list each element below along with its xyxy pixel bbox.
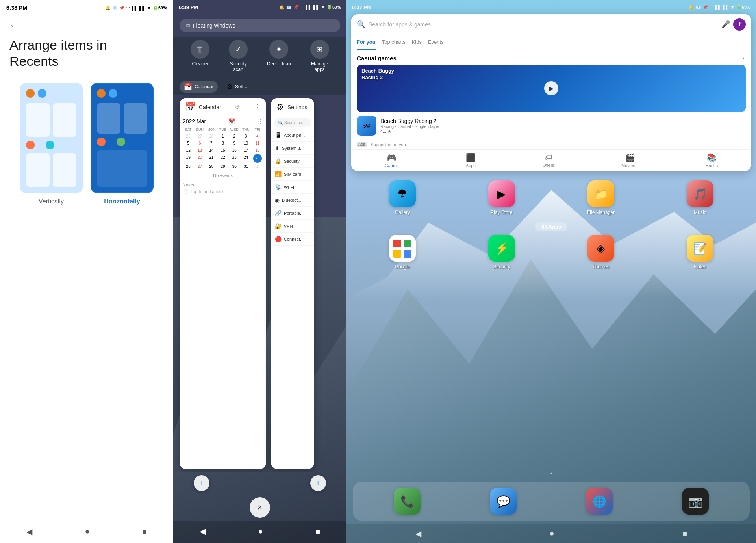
game-banner[interactable]: Beach BuggyRacing 2 ▶ xyxy=(357,65,746,112)
cal-day[interactable]: 20 xyxy=(194,154,205,163)
cal-day[interactable]: 21 xyxy=(206,154,217,163)
cal-day[interactable]: 15 xyxy=(217,147,228,154)
tab-events[interactable]: Events xyxy=(428,35,444,50)
cal-day[interactable]: 6 xyxy=(194,140,205,147)
refresh-icon[interactable]: ↺ xyxy=(235,104,240,110)
tab-for-you[interactable]: For you xyxy=(357,35,376,50)
tool-deep-clean[interactable]: ✦ Deep clean xyxy=(267,40,291,72)
see-more-arrow[interactable]: → xyxy=(739,54,746,62)
app-file-manager[interactable]: 📁 File Manager xyxy=(554,180,647,215)
ps-nav-offers[interactable]: 🏷 Offers xyxy=(543,153,554,168)
nav-recents-3[interactable]: ■ xyxy=(682,529,687,538)
cal-day[interactable]: 11 xyxy=(252,140,263,147)
add-settings-btn[interactable]: + xyxy=(310,475,326,491)
app-gallery[interactable]: 🌩 Gallery xyxy=(356,180,449,215)
cal-day-today[interactable]: 25 xyxy=(253,154,262,163)
cal-day[interactable]: 8 xyxy=(217,140,228,147)
settings-search[interactable]: 🔍 Search se... xyxy=(274,118,311,127)
app-security[interactable]: ⚡ Security xyxy=(455,235,548,270)
app-notes[interactable]: 📝 Notes xyxy=(654,235,747,270)
vertical-option[interactable]: Vertically xyxy=(20,83,83,205)
cal-day[interactable]: 2 xyxy=(229,133,240,139)
settings-item-bluetooth[interactable]: ◉ Bluetoot... xyxy=(271,194,314,207)
app-music[interactable]: 🎵 Music xyxy=(654,180,747,215)
cal-day[interactable]: 7 xyxy=(206,140,217,147)
settings-item-security[interactable]: 🔒 Security xyxy=(271,155,314,168)
cal-day[interactable]: 5 xyxy=(183,140,194,147)
cal-day[interactable]: 29 xyxy=(217,163,228,170)
cal-day[interactable]: 24 xyxy=(240,154,251,163)
nav-back-3[interactable]: ◀ xyxy=(415,529,421,538)
back-button[interactable]: ← xyxy=(9,20,18,31)
cal-day[interactable]: 13 xyxy=(194,147,205,154)
dock-camera[interactable]: 📷 xyxy=(650,488,740,515)
cal-day[interactable]: 19 xyxy=(183,154,194,163)
dock-chrome[interactable]: 🌐 xyxy=(554,488,644,515)
cal-day[interactable]: 26 xyxy=(183,133,194,139)
app-google[interactable]: Google xyxy=(356,235,449,270)
nav-back-1[interactable]: ◀ xyxy=(26,527,32,536)
user-avatar[interactable]: f xyxy=(733,18,746,31)
cal-day[interactable]: 27 xyxy=(194,163,205,170)
cal-day[interactable]: 30 xyxy=(229,163,240,170)
cal-day[interactable]: 26 xyxy=(183,163,194,170)
cal-day[interactable]: 31 xyxy=(240,163,251,170)
cal-day[interactable]: 1 xyxy=(252,163,263,170)
cal-day[interactable]: 17 xyxy=(240,147,251,154)
cal-day[interactable]: 4 xyxy=(252,133,263,139)
task-row[interactable]: Tap to add a task xyxy=(183,188,263,197)
nav-recents-2[interactable]: ■ xyxy=(315,527,320,536)
dock-phone[interactable]: 📞 xyxy=(362,488,452,515)
ps-nav-movies[interactable]: 🎬 Movies... xyxy=(621,153,639,168)
settings-item-about[interactable]: 📱 About ph... xyxy=(271,129,314,142)
settings-item-wifi[interactable]: 📡 Wi-Fi xyxy=(271,181,314,194)
calendar-card-menu[interactable]: ⋮ xyxy=(254,103,261,112)
cal-day[interactable]: 14 xyxy=(206,147,217,154)
ps-nav-apps[interactable]: ⬛ Apps xyxy=(466,153,476,168)
settings-item-portable[interactable]: 🔗 Portable... xyxy=(271,207,314,220)
app-themes[interactable]: ◈ Themes xyxy=(554,235,647,270)
nav-home-2[interactable]: ● xyxy=(258,527,263,536)
settings-item-vpn[interactable]: 🔐 VPN xyxy=(271,220,314,233)
tab-top-charts[interactable]: Top charts xyxy=(382,35,406,50)
settings-item-connect[interactable]: 🔴 Connect... xyxy=(271,233,314,246)
cal-day[interactable]: 27 xyxy=(194,133,205,139)
recent-calendar-tab[interactable]: 📅 Calendar xyxy=(180,81,218,93)
settings-card[interactable]: ⚙ Settings 🔍 Search se... 📱 About ph... … xyxy=(271,98,314,469)
play-button[interactable]: ▶ xyxy=(544,81,558,95)
cal-day[interactable]: 12 xyxy=(183,147,194,154)
tool-security-scan[interactable]: ✓ Securityscan xyxy=(229,40,248,72)
nav-home-1[interactable]: ● xyxy=(85,527,89,536)
app-play-store[interactable]: ▶ Play Store xyxy=(455,180,548,215)
calendar-menu[interactable]: ⋮ xyxy=(258,118,263,125)
tab-kids[interactable]: Kids xyxy=(412,35,422,50)
cal-day[interactable]: 28 xyxy=(206,163,217,170)
task-radio[interactable] xyxy=(183,189,188,194)
cal-day[interactable]: 10 xyxy=(240,140,251,147)
cal-day[interactable]: 1 xyxy=(217,133,228,139)
dock-messages[interactable]: 💬 xyxy=(458,488,548,515)
recent-settings-tab[interactable]: ⚙ Sett... xyxy=(222,81,251,93)
cal-day[interactable]: 23 xyxy=(229,154,240,163)
add-calendar-btn[interactable]: + xyxy=(194,475,209,491)
floating-windows-button[interactable]: ⧉ Floating windows xyxy=(180,19,340,32)
close-recents-button[interactable]: × xyxy=(250,497,270,518)
nav-recents-1[interactable]: ■ xyxy=(142,527,147,536)
cal-day[interactable]: 9 xyxy=(229,140,240,147)
horizontal-option[interactable]: Horizontally xyxy=(91,83,154,205)
search-input-ps[interactable]: Search for apps & games xyxy=(369,21,718,28)
tool-cleaner[interactable]: 🗑 Cleaner xyxy=(191,40,209,72)
ps-nav-games[interactable]: 🎮 Games xyxy=(385,153,398,168)
mic-icon[interactable]: 🎤 xyxy=(721,20,730,29)
settings-item-system[interactable]: ⬆ System u... xyxy=(271,142,314,155)
nav-back-2[interactable]: ◀ xyxy=(200,526,206,536)
tool-manage-apps[interactable]: ⊞ Manageapps xyxy=(310,40,329,72)
cal-day[interactable]: 16 xyxy=(229,147,240,154)
settings-item-simcard[interactable]: 📶 SIM card... xyxy=(271,168,314,181)
cal-day[interactable]: 3 xyxy=(240,133,251,139)
cal-day[interactable]: 18 xyxy=(252,147,263,154)
play-store-search-bar[interactable]: 🔍 Search for apps & games 🎤 f xyxy=(351,14,751,35)
calendar-card[interactable]: 📅 Calendar ↺ ⋮ 2022 Mar 📅 ⋮ SAT SUN xyxy=(180,98,266,469)
cal-day[interactable]: 22 xyxy=(217,154,228,163)
cal-day[interactable]: 28 xyxy=(206,133,217,139)
